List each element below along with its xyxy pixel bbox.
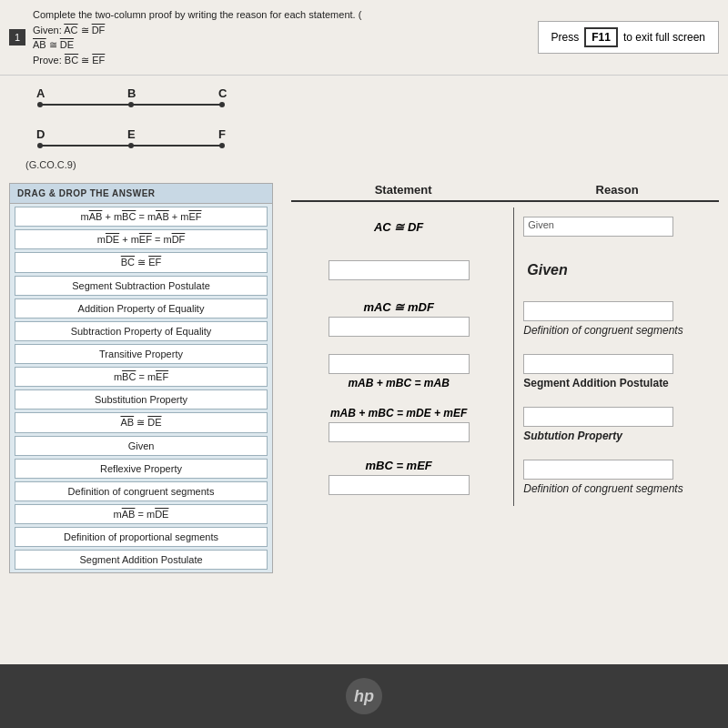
- svg-text:C: C: [218, 86, 228, 100]
- line-def-svg: D E F: [31, 127, 240, 153]
- svg-point-3: [219, 102, 225, 107]
- geo-standard: (G.CO.C.9): [13, 159, 715, 170]
- drag-item-13[interactable]: Definition of congruent segments: [15, 481, 268, 501]
- drag-item-7[interactable]: Transitive Property: [15, 344, 268, 364]
- drag-item-15[interactable]: Definition of proportional segments: [15, 527, 268, 547]
- reason-1-drop[interactable]: Given: [523, 217, 673, 237]
- drag-item-11[interactable]: Given: [15, 436, 268, 456]
- reason-row-1: Given: [523, 207, 719, 246]
- svg-text:E: E: [127, 127, 136, 141]
- reason-6-text: Definition of congruent segments: [523, 482, 719, 495]
- reason-row-4: Segment Addition Postulate: [523, 348, 719, 395]
- drag-item-6[interactable]: Subtraction Property of Equality: [15, 321, 268, 341]
- drag-item-2[interactable]: mDE + mEF = mDF: [15, 229, 268, 249]
- reason-3-text: Definition of congruent segments: [523, 324, 719, 337]
- col-reason-header: Reason: [515, 183, 719, 197]
- stmt-5-text: mAB + mBC = mDE + mEF: [330, 407, 467, 420]
- stmt-row-1: AC ≅ DF: [291, 207, 506, 246]
- proof-columns: AC ≅ DF mAC ≅ mDF: [291, 207, 719, 506]
- hp-logo: hp: [346, 678, 382, 714]
- main-content: 1 Complete the two-column proof by writi…: [0, 0, 728, 664]
- stmt-row-4: mAB + mBC = mAB: [291, 348, 506, 395]
- drag-panel-header: DRAG & DROP THE ANSWER: [10, 184, 272, 204]
- line-abc-svg: A B C: [31, 86, 240, 112]
- stmt-5-drop[interactable]: [329, 422, 470, 442]
- stmt-row-2: [291, 251, 506, 289]
- svg-text:F: F: [218, 127, 226, 141]
- stmt-6-text: mBC = mEF: [365, 459, 431, 472]
- svg-point-2: [128, 102, 134, 107]
- drag-item-14[interactable]: mAB = mDE: [15, 504, 268, 524]
- stmt-row-3: mAC ≅ mDF: [291, 295, 506, 342]
- line-def: D E F: [31, 127, 715, 156]
- col-statement-header: Statement: [291, 183, 515, 197]
- svg-text:D: D: [36, 127, 45, 141]
- reason-4-text: Segment Addition Postulate: [523, 377, 719, 389]
- reason-6-drop[interactable]: [523, 460, 673, 480]
- reason-2-given: Given: [527, 262, 719, 278]
- stmt-4-drop[interactable]: [329, 354, 470, 374]
- reason-row-2: Given: [523, 251, 719, 289]
- stmt-col: AC ≅ DF mAC ≅ mDF: [291, 207, 514, 506]
- reason-row-5: Subtution Property: [523, 400, 719, 448]
- reason-4-drop[interactable]: [523, 354, 673, 374]
- stmt-row-6: mBC = mEF: [291, 453, 506, 500]
- stmt-2-drop[interactable]: [329, 260, 470, 280]
- reason-row-3: Definition of congruent segments: [523, 295, 719, 342]
- svg-text:B: B: [127, 86, 136, 100]
- drag-item-5[interactable]: Addition Property of Equality: [15, 298, 268, 318]
- taskbar: hp: [0, 664, 728, 728]
- stmt-row-5: mAB + mBC = mDE + mEF: [291, 400, 506, 448]
- drag-item-8[interactable]: mBC = mEF: [15, 367, 268, 387]
- drag-item-1[interactable]: mAB + mBC = mAB + mEF: [15, 207, 268, 227]
- problem-text: Complete the two-column proof by writing…: [33, 7, 538, 67]
- stmt-1-text: AC ≅ DF: [374, 220, 423, 234]
- drag-item-10[interactable]: AB ≅ DE: [15, 412, 268, 433]
- drag-item-16[interactable]: Segment Addition Postulate: [15, 550, 268, 570]
- svg-point-9: [128, 143, 134, 148]
- reason-5-text: Subtution Property: [523, 430, 719, 442]
- svg-point-10: [219, 143, 225, 148]
- stmt-6-drop[interactable]: [329, 475, 470, 495]
- f11-key: F11: [584, 27, 618, 47]
- diagram-area: A B C D E F (G.CO.C.9): [0, 76, 728, 179]
- drag-panel: DRAG & DROP THE ANSWER mAB + mBC = mAB +…: [9, 183, 273, 573]
- reason-5-drop[interactable]: [523, 407, 673, 427]
- drag-item-9[interactable]: Substitution Property: [15, 389, 268, 410]
- proof-area: Statement Reason AC ≅ DF: [282, 183, 719, 573]
- drag-item-12[interactable]: Reflexive Property: [15, 459, 268, 479]
- svg-point-8: [37, 143, 43, 148]
- svg-point-1: [37, 102, 43, 107]
- stmt-3-text: mAC ≅ mDF: [363, 300, 433, 314]
- drag-item-4[interactable]: Segment Subtraction Postulate: [15, 276, 268, 296]
- stmt-3-drop[interactable]: [329, 317, 470, 337]
- svg-text:A: A: [36, 86, 46, 100]
- drag-item-3[interactable]: BC ≅ EF: [15, 252, 268, 273]
- problem-number: 1: [9, 29, 25, 46]
- main-layout: DRAG & DROP THE ANSWER mAB + mBC = mAB +…: [0, 179, 728, 577]
- press-bar: Press F11 to exit full screen: [538, 21, 719, 54]
- reason-col: Given Given Definition of congruent segm…: [514, 207, 719, 506]
- reason-row-6: Definition of congruent segments: [523, 453, 719, 500]
- line-abc: A B C: [31, 86, 715, 115]
- stmt-4-text: mAB + mBC = mAB: [348, 377, 449, 389]
- header-bar: 1 Complete the two-column proof by writi…: [0, 0, 728, 76]
- reason-3-drop[interactable]: [523, 301, 673, 321]
- proof-table-header: Statement Reason: [291, 183, 719, 202]
